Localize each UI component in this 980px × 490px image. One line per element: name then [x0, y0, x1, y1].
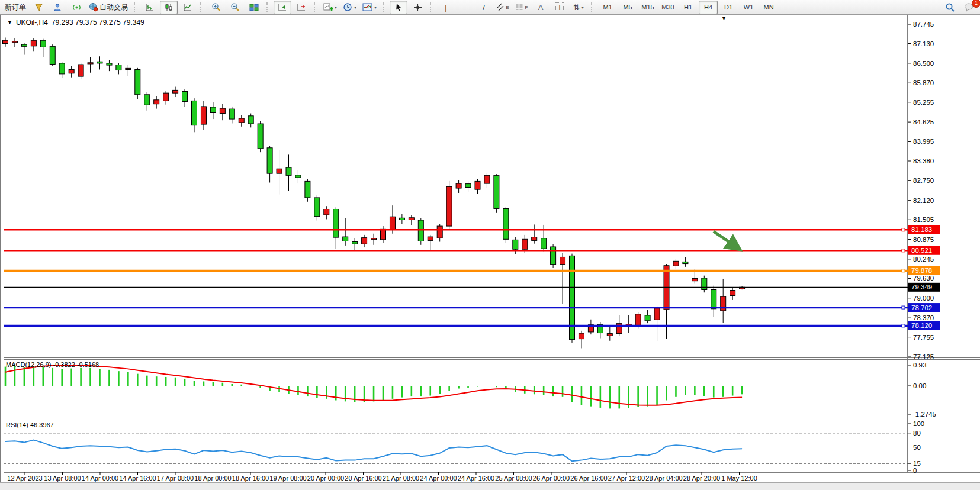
candle: [702, 278, 707, 290]
arrows-tool-button[interactable]: ⇅ ▾: [570, 1, 587, 14]
candle: [258, 124, 263, 149]
chart-title-bar[interactable]: ▼ UKOil-,H4 79.293 79.375 79.275 79.349: [7, 18, 144, 27]
line-chart-button[interactable]: [179, 1, 197, 14]
rsi-tick-label: 0: [913, 467, 917, 474]
funnel-button[interactable]: [30, 1, 47, 14]
price-tick-label: 80.245: [913, 256, 934, 263]
timeframe-button-m30[interactable]: M30: [658, 1, 677, 14]
time-tick-label: 13 Apr 08:00: [44, 475, 81, 482]
fibonacci-tool-button[interactable]: F: [513, 1, 531, 14]
vertical-line-tool-button[interactable]: |: [437, 1, 455, 14]
new-order-button[interactable]: 新订单: [2, 1, 28, 14]
profile-button[interactable]: [49, 1, 66, 14]
timeframe-button-w1[interactable]: W1: [739, 1, 758, 14]
search-button[interactable]: [941, 1, 959, 14]
candle: [69, 69, 74, 73]
signal-button[interactable]: [68, 1, 85, 14]
rsi-name: RSI(14): [6, 421, 28, 428]
bar-chart-button[interactable]: [141, 1, 159, 14]
zoom-out-button[interactable]: [226, 1, 244, 14]
macd-tick-label: 0.93: [913, 362, 926, 369]
price-tick-label: 87.745: [913, 21, 934, 28]
candle: [503, 208, 509, 239]
level-line-handle[interactable]: [902, 228, 905, 231]
auto-scroll-icon: [278, 3, 287, 12]
time-tick-label: 24 Apr 16:00: [458, 475, 494, 482]
level-line-handle[interactable]: [902, 269, 905, 272]
level-line-handle[interactable]: [902, 306, 905, 309]
candle: [107, 63, 112, 65]
candle: [730, 291, 735, 296]
candle: [277, 169, 282, 173]
tile-windows-button[interactable]: [245, 1, 263, 14]
price-tick-label: 82.750: [913, 177, 934, 184]
notifications-button[interactable]: 1: [960, 1, 978, 14]
text-label-tool-label: T: [555, 2, 564, 12]
trend-annotation-arrow[interactable]: [714, 231, 738, 248]
price-badge-label: 81.183: [911, 226, 932, 233]
text-tool-button[interactable]: A: [532, 1, 550, 14]
timeframe-button-mn[interactable]: MN: [759, 1, 778, 14]
candle: [173, 90, 178, 93]
candle: [78, 65, 83, 76]
auto-trade-button[interactable]: 自动交易: [86, 1, 130, 14]
time-tick-label: 19 Apr 08:00: [269, 475, 306, 482]
cursor-icon: [394, 3, 403, 12]
horizontal-line-tool-button[interactable]: —: [456, 1, 474, 14]
price-badge-label: 78.702: [911, 304, 932, 311]
cursor-tool-button[interactable]: [390, 1, 407, 14]
timeframe-button-h1[interactable]: H1: [679, 1, 698, 14]
candle: [12, 41, 17, 43]
time-tick-label: 27 Apr 12:00: [608, 475, 645, 482]
candle: [399, 218, 404, 220]
candle: [456, 183, 461, 188]
tile-windows-icon: [249, 3, 259, 12]
candle: [560, 257, 565, 264]
channel-tool-label: E: [506, 5, 509, 10]
crosshair-tool-button[interactable]: [409, 1, 426, 14]
auto-scroll-button[interactable]: [274, 1, 291, 14]
time-tick-label: 24 Apr 00:00: [420, 475, 457, 482]
text-label-tool-button[interactable]: T: [551, 1, 568, 14]
candle: [144, 95, 150, 105]
candlestick-chart-button[interactable]: [160, 1, 178, 14]
price-badge-label: 78.120: [911, 322, 932, 329]
chart-canvas[interactable]: 87.74587.13086.50085.87085.25584.62583.9…: [1, 15, 980, 482]
rsi-tick-label: 50: [913, 444, 921, 451]
trendline-tool-button[interactable]: /: [475, 1, 493, 14]
zoom-in-button[interactable]: [207, 1, 225, 14]
candle: [267, 148, 272, 173]
level-line-handle[interactable]: [902, 249, 905, 252]
candle: [31, 40, 36, 46]
timeframe-button-m1[interactable]: M1: [598, 1, 617, 14]
candle: [551, 247, 556, 265]
price-tick-label: 77.755: [913, 334, 934, 341]
channel-tool-button[interactable]: E: [494, 1, 512, 14]
time-tick-label: 18 Apr 00:00: [194, 475, 231, 482]
candle: [40, 40, 46, 47]
collapse-arrow-icon[interactable]: ▼: [7, 20, 12, 25]
timeframe-button-m5[interactable]: M5: [618, 1, 637, 14]
scroll-marker-icon[interactable]: ▼: [721, 15, 727, 21]
time-tick-label: 26 Apr 00:00: [533, 475, 570, 482]
candle: [645, 315, 650, 321]
horizontal-line-icon: —: [461, 3, 469, 12]
timeframe-button-d1[interactable]: D1: [719, 1, 738, 14]
template-button[interactable]: ▾: [360, 1, 379, 14]
candle: [579, 333, 584, 339]
timeframe-button-h4[interactable]: H4: [699, 1, 718, 14]
price-tick-label: 77.125: [913, 353, 934, 360]
chart-shift-button[interactable]: [293, 1, 310, 14]
level-line-handle[interactable]: [902, 324, 905, 327]
notification-count-badge: 1: [972, 0, 980, 8]
candle: [163, 93, 169, 101]
price-badge-label: 79.878: [911, 267, 932, 274]
funnel-icon: [34, 3, 43, 12]
auto-trade-label: 自动交易: [99, 2, 128, 12]
candle: [248, 116, 253, 124]
candle: [570, 256, 575, 339]
period-button[interactable]: ▾: [340, 1, 359, 14]
timeframe-button-m15[interactable]: M15: [638, 1, 657, 14]
candle: [352, 242, 358, 244]
add-indicator-button[interactable]: ▾: [321, 1, 339, 14]
